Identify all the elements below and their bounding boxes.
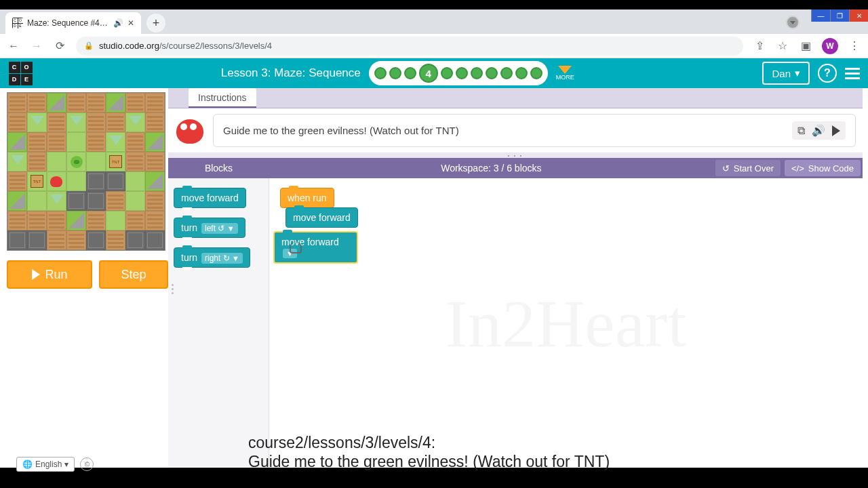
profile-avatar[interactable]: W xyxy=(822,38,838,54)
user-menu-button[interactable]: Dan ▾ xyxy=(762,62,810,85)
level-bubble[interactable] xyxy=(389,67,401,79)
block-move-forward[interactable]: move forward xyxy=(285,207,358,228)
level-bubble[interactable] xyxy=(471,67,483,79)
chevron-down-icon xyxy=(558,66,572,74)
level-bubble[interactable] xyxy=(486,67,498,79)
play-icon xyxy=(32,269,40,280)
block-palette: move forward turn left ↺ ▼ turn right ↻ … xyxy=(168,178,269,468)
tab-title: Maze: Sequence #4 | Course xyxy=(27,18,109,28)
horizontal-resizer[interactable] xyxy=(170,121,175,457)
more-stages-button[interactable]: MORE xyxy=(556,66,574,81)
maze-visualization xyxy=(7,92,165,251)
level-bubble[interactable] xyxy=(515,67,528,79)
browser-profile-chevron[interactable] xyxy=(786,16,800,29)
level-bubble[interactable] xyxy=(500,67,513,79)
new-tab-button[interactable]: + xyxy=(146,14,165,33)
block-turn-right[interactable]: turn right ↻ ▼ xyxy=(174,247,250,268)
browser-tab[interactable]: CODE Maze: Sequence #4 | Course 🔊 ✕ xyxy=(5,12,141,34)
instruction-bubble: Guide me to the green evilness! (Watch o… xyxy=(213,114,856,147)
copyright-icon[interactable]: © xyxy=(80,458,94,471)
block-when-run[interactable]: when run xyxy=(280,188,334,208)
sound-icon[interactable]: 🔊 xyxy=(812,124,825,137)
watermark-text: In2Heart xyxy=(446,284,686,362)
code-icon: </> xyxy=(791,163,804,174)
window-maximize-button[interactable]: ❐ xyxy=(830,9,849,22)
block-move-forward[interactable]: move forward xyxy=(174,188,246,208)
level-bubble[interactable] xyxy=(404,67,416,79)
blocks-header: Blocks xyxy=(168,163,269,174)
workspace-header: Workspace: 3 / 6 blocks xyxy=(269,163,713,174)
block-turn-left[interactable]: turn left ↺ ▼ xyxy=(174,218,245,238)
chevron-down-icon: ▾ xyxy=(64,460,68,469)
step-button[interactable]: Step xyxy=(99,260,168,289)
lesson-title: Lesson 3: Maze: Sequence xyxy=(221,66,361,80)
level-progress[interactable]: 4 xyxy=(369,61,548,85)
video-caption: course2/lessons/3/levels/4: Guide me to … xyxy=(248,433,610,472)
tab-audio-icon[interactable]: 🔊 xyxy=(113,18,123,28)
window-close-button[interactable]: ✕ xyxy=(849,9,868,22)
code-org-logo[interactable]: CODE xyxy=(8,61,33,85)
block-move-forward-dragging[interactable]: move forward ▼ xyxy=(273,231,358,264)
instructions-tab[interactable]: Instructions xyxy=(189,88,256,108)
level-bubble[interactable] xyxy=(530,67,542,79)
browser-tab-bar: CODE Maze: Sequence #4 | Course 🔊 ✕ + — … xyxy=(0,9,868,34)
language-selector[interactable]: 🌐 English ▾ xyxy=(16,457,75,472)
level-bubble-current[interactable]: 4 xyxy=(419,64,438,83)
instruction-text: Guide me to the green evilness! (Watch o… xyxy=(223,125,459,136)
reload-button[interactable]: ⟳ xyxy=(53,39,66,52)
workspace-canvas[interactable]: In2Heart when run move forward move forw… xyxy=(269,178,863,468)
run-button[interactable]: Run xyxy=(7,260,92,289)
vertical-resizer[interactable] xyxy=(168,152,863,158)
play-instruction-icon[interactable] xyxy=(832,125,840,136)
bookmark-icon[interactable]: ☆ xyxy=(776,39,789,52)
text-to-speech-icon[interactable]: ⧉ xyxy=(797,125,805,137)
tab-close-icon[interactable]: ✕ xyxy=(127,18,134,28)
browser-menu-icon[interactable]: ⋮ xyxy=(848,39,861,52)
back-button[interactable]: ← xyxy=(7,40,20,52)
app-header: CODE Lesson 3: Maze: Sequence 4 MORE Dan… xyxy=(0,58,868,88)
level-bubble[interactable] xyxy=(441,67,453,79)
window-minimize-button[interactable]: — xyxy=(811,9,830,22)
forward-button[interactable]: → xyxy=(30,40,43,52)
show-code-button[interactable]: </> Show Code xyxy=(785,160,861,176)
extensions-icon[interactable]: ▣ xyxy=(799,39,812,52)
share-icon[interactable]: ⇪ xyxy=(753,39,766,52)
help-button[interactable]: ? xyxy=(818,64,837,83)
caret-down-icon: ▾ xyxy=(795,67,800,79)
start-over-button[interactable]: ↺ Start Over xyxy=(715,160,781,176)
hamburger-menu-button[interactable] xyxy=(845,68,860,79)
level-bubble[interactable] xyxy=(374,67,387,79)
globe-icon: 🌐 xyxy=(22,460,33,469)
grab-cursor-icon xyxy=(290,241,302,253)
undo-icon: ↺ xyxy=(722,163,730,174)
address-bar[interactable]: 🔒 studio.code.org/s/course2/lessons/3/le… xyxy=(76,37,743,56)
character-avatar xyxy=(175,117,206,145)
level-bubble[interactable] xyxy=(456,67,468,79)
lock-icon: 🔒 xyxy=(84,41,94,50)
